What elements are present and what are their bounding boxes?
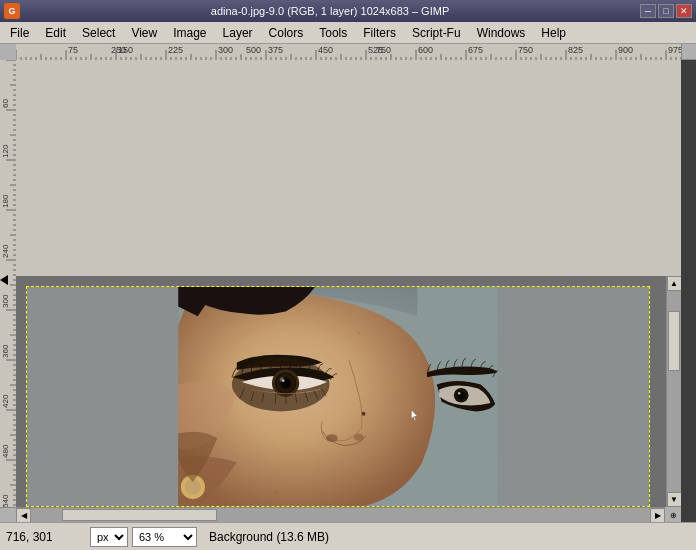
- menu-script-fu[interactable]: Script-Fu: [404, 23, 469, 43]
- coordinates: 716, 301: [6, 530, 86, 544]
- svg-point-11: [354, 433, 364, 440]
- top-right-corner: [681, 44, 696, 60]
- main-area: ▲ ▼ ◀ ▶ ⊕: [0, 44, 696, 522]
- canvas-and-scrollbar: ▲ ▼: [16, 276, 681, 508]
- canvas-area[interactable]: [16, 276, 666, 508]
- horizontal-scrollbar[interactable]: ◀ ▶ ⊕: [16, 507, 681, 522]
- status-bar: 716, 301 px 63 % Background (13.6 MB): [0, 522, 696, 550]
- zoom-select[interactable]: 63 %: [132, 527, 197, 547]
- ruler-corner: [0, 44, 16, 60]
- horizontal-ruler: [16, 44, 681, 276]
- scroll-track-vertical[interactable]: [667, 291, 681, 493]
- center-column: ▲ ▼ ◀ ▶ ⊕: [16, 44, 681, 522]
- menu-file[interactable]: File: [2, 23, 37, 43]
- unit-select[interactable]: px: [90, 527, 128, 547]
- menu-bar: File Edit Select View Image Layer Colors…: [0, 22, 696, 44]
- svg-point-10: [326, 434, 338, 442]
- status-info: Background (13.6 MB): [201, 530, 690, 544]
- title-bar: G adina-0.jpg-9.0 (RGB, 1 layer) 1024x68…: [0, 0, 696, 22]
- corner-bottom-left: [0, 507, 16, 522]
- vertical-ruler: [0, 60, 16, 507]
- menu-image[interactable]: Image: [165, 23, 214, 43]
- scroll-up-button[interactable]: ▲: [667, 276, 682, 291]
- canvas-container: [26, 286, 650, 508]
- right-column: [681, 44, 696, 522]
- menu-help[interactable]: Help: [533, 23, 574, 43]
- scroll-track-horizontal[interactable]: [31, 508, 650, 522]
- menu-tools[interactable]: Tools: [311, 23, 355, 43]
- vertical-scrollbar[interactable]: ▲ ▼: [666, 276, 681, 508]
- menu-layer[interactable]: Layer: [215, 23, 261, 43]
- scroll-left-button[interactable]: ◀: [16, 508, 31, 523]
- right-spacer: [681, 60, 696, 522]
- svg-point-15: [274, 490, 277, 493]
- svg-point-20: [458, 392, 460, 394]
- svg-point-9: [282, 379, 285, 382]
- menu-colors[interactable]: Colors: [261, 23, 312, 43]
- window-title: adina-0.jpg-9.0 (RGB, 1 layer) 1024x683 …: [20, 5, 640, 17]
- scroll-thumb-horizontal[interactable]: [62, 509, 217, 521]
- left-column: [0, 44, 16, 522]
- navigate-corner[interactable]: ⊕: [665, 507, 681, 522]
- svg-point-12: [362, 411, 366, 415]
- maximize-button[interactable]: □: [658, 4, 674, 18]
- window-controls: ─ □ ✕: [640, 4, 692, 18]
- close-button[interactable]: ✕: [676, 4, 692, 18]
- scroll-down-button[interactable]: ▼: [667, 492, 682, 507]
- menu-windows[interactable]: Windows: [469, 23, 534, 43]
- app-icon: G: [4, 3, 20, 19]
- menu-select[interactable]: Select: [74, 23, 123, 43]
- menu-filters[interactable]: Filters: [355, 23, 404, 43]
- menu-edit[interactable]: Edit: [37, 23, 74, 43]
- svg-point-16: [255, 495, 257, 497]
- svg-point-17: [358, 332, 360, 334]
- photo-canvas: [27, 287, 649, 507]
- scroll-right-button[interactable]: ▶: [650, 508, 665, 523]
- minimize-button[interactable]: ─: [640, 4, 656, 18]
- scroll-thumb-vertical[interactable]: [668, 311, 680, 371]
- menu-view[interactable]: View: [123, 23, 165, 43]
- image-svg: [27, 287, 649, 507]
